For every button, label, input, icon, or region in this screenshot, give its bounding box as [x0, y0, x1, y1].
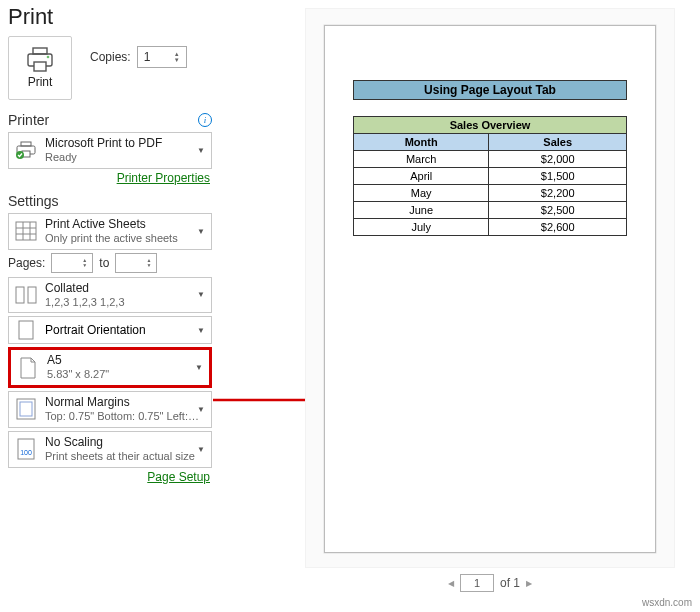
svg-rect-8 [16, 222, 36, 240]
table-row: July$2,600 [354, 219, 627, 236]
paper-size-select[interactable]: A5 5.83" x 8.27" ▼ [8, 347, 212, 388]
copies-stepper[interactable]: 1 ▲▼ [137, 46, 187, 68]
chevron-down-icon: ▼ [197, 405, 205, 414]
margins-icon [13, 398, 39, 420]
page-to-stepper[interactable]: ▲▼ [115, 253, 157, 273]
table-row: March$2,000 [354, 151, 627, 168]
svg-rect-2 [34, 62, 46, 71]
col-month: Month [354, 134, 489, 151]
printer-ready-icon [13, 141, 39, 159]
next-page-button[interactable]: ▶ [526, 579, 532, 588]
chevron-down-icon: ▼ [197, 290, 205, 299]
collate-secondary: 1,2,3 1,2,3 1,2,3 [45, 296, 207, 310]
preview-page: Using Page Layout Tab Sales Overview Mon… [324, 25, 656, 553]
chevron-down-icon: ▼ [197, 326, 205, 335]
print-what-primary: Print Active Sheets [45, 217, 207, 232]
print-button-label: Print [28, 75, 53, 89]
preview-table: Sales Overview Month Sales March$2,000 A… [353, 116, 627, 236]
svg-point-3 [47, 56, 50, 59]
table-row: June$2,500 [354, 202, 627, 219]
table-row: May$2,200 [354, 185, 627, 202]
table-row: April$1,500 [354, 168, 627, 185]
copies-value: 1 [144, 50, 151, 64]
svg-rect-15 [19, 321, 33, 339]
svg-rect-4 [21, 142, 31, 146]
collated-icon [13, 286, 39, 304]
scaling-secondary: Print sheets at their actual size [45, 450, 207, 464]
chevron-down-icon: ▼ [197, 146, 205, 155]
sheets-icon [13, 221, 39, 241]
to-label: to [99, 256, 109, 270]
print-preview: Using Page Layout Tab Sales Overview Mon… [305, 8, 675, 568]
collate-select[interactable]: Collated 1,2,3 1,2,3 1,2,3 ▼ [8, 277, 212, 314]
margins-secondary: Top: 0.75" Bottom: 0.75" Left:… [45, 410, 207, 424]
page-of-label: of 1 [500, 576, 520, 590]
printer-select[interactable]: Microsoft Print to PDF Ready ▼ [8, 132, 212, 169]
svg-rect-14 [28, 287, 36, 303]
scaling-select[interactable]: 100 No Scaling Print sheets at their act… [8, 431, 212, 468]
page-setup-link[interactable]: Page Setup [147, 470, 210, 484]
svg-text:100: 100 [20, 449, 32, 456]
copies-label: Copies: [90, 50, 131, 64]
orientation-select[interactable]: Portrait Orientation ▼ [8, 316, 212, 344]
preview-title-bar: Using Page Layout Tab [353, 80, 627, 100]
printer-name: Microsoft Print to PDF [45, 136, 207, 151]
settings-heading: Settings [8, 193, 59, 209]
page-icon [15, 357, 41, 379]
printer-icon [25, 47, 55, 73]
chevron-down-icon: ▼ [195, 363, 203, 372]
collate-primary: Collated [45, 281, 207, 296]
watermark: wsxdn.com [642, 597, 692, 608]
printer-properties-link[interactable]: Printer Properties [117, 171, 210, 185]
paper-secondary: 5.83" x 8.27" [47, 368, 205, 382]
page-title: Print [8, 4, 212, 30]
svg-rect-0 [33, 48, 47, 54]
print-what-select[interactable]: Print Active Sheets Only print the activ… [8, 213, 212, 250]
printer-heading: Printer [8, 112, 49, 128]
margins-primary: Normal Margins [45, 395, 207, 410]
portrait-icon [13, 320, 39, 340]
col-sales: Sales [489, 134, 627, 151]
stepper-arrows-icon: ▲▼ [174, 47, 184, 67]
scaling-icon: 100 [13, 438, 39, 460]
printer-status: Ready [45, 151, 207, 165]
scaling-primary: No Scaling [45, 435, 207, 450]
svg-rect-13 [16, 287, 24, 303]
pages-label: Pages: [8, 256, 45, 270]
print-what-secondary: Only print the active sheets [45, 232, 207, 246]
prev-page-button[interactable]: ◀ [448, 579, 454, 588]
page-number-input[interactable]: 1 [460, 574, 494, 592]
table-title: Sales Overview [354, 117, 627, 134]
chevron-down-icon: ▼ [197, 227, 205, 236]
page-from-stepper[interactable]: ▲▼ [51, 253, 93, 273]
margins-select[interactable]: Normal Margins Top: 0.75" Bottom: 0.75" … [8, 391, 212, 428]
info-icon[interactable]: i [198, 113, 212, 127]
orientation-primary: Portrait Orientation [45, 323, 207, 338]
paper-primary: A5 [47, 353, 205, 368]
chevron-down-icon: ▼ [197, 445, 205, 454]
print-button[interactable]: Print [8, 36, 72, 100]
